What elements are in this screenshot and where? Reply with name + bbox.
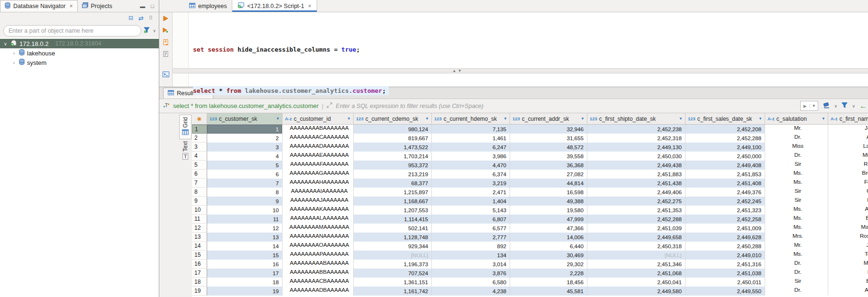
table-cell[interactable]: 3,219 [432, 179, 510, 188]
table-cell[interactable]: AAAAAAAACBAAAAAA [283, 278, 354, 287]
table-cell[interactable]: AAAAAAAACAAAAAAA [283, 134, 354, 143]
table-cell[interactable]: 1,404 [432, 197, 510, 206]
table-cell[interactable]: 819,667 [354, 134, 432, 143]
table-cell[interactable]: 2,449,406 [587, 188, 685, 197]
table-cell[interactable]: 1,473,522 [354, 143, 432, 152]
table-cell[interactable]: 1 [207, 125, 283, 134]
table-cell[interactable]: 2,449,376 [685, 188, 765, 197]
row-number-cell[interactable]: 7 [192, 179, 207, 188]
table-cell[interactable]: 18 [207, 278, 283, 287]
table-cell[interactable]: 36,368 [510, 161, 587, 170]
table-cell[interactable]: 1,128,748 [354, 233, 432, 242]
table-cell[interactable]: AAAAAAAAEAAAAAAA [283, 152, 354, 161]
sql-console-icon[interactable] [163, 72, 169, 83]
table-cell[interactable]: Dr. [765, 287, 828, 296]
table-cell[interactable]: 3 [207, 143, 283, 152]
table-cell[interactable]: Ms. [765, 215, 828, 224]
collapse-all-icon[interactable]: ⊟ [128, 15, 133, 21]
table-cell[interactable]: 2,450,041 [587, 278, 685, 287]
table-cell[interactable]: 2,449,550 [685, 287, 765, 296]
table-cell[interactable]: Rosalinda [828, 233, 868, 242]
explain-plan-icon[interactable] [163, 51, 169, 63]
minimize-icon[interactable]: ▬ [140, 3, 145, 9]
row-number-cell[interactable]: 2 [192, 134, 207, 143]
table-cell[interactable]: Brad [828, 278, 868, 287]
table-cell[interactable]: 2,450,318 [587, 242, 685, 251]
table-cell[interactable]: Albert [828, 206, 868, 215]
table-cell[interactable]: Sir [765, 278, 828, 287]
table-cell[interactable]: 19,580 [510, 206, 587, 215]
table-cell[interactable]: AAAAAAAADBAAAAAA [283, 287, 354, 296]
row-number-cell[interactable]: 17 [192, 269, 207, 278]
table-cell[interactable]: 2,450,011 [685, 278, 765, 287]
close-icon[interactable]: × [308, 3, 311, 9]
table-cell[interactable]: 39,558 [510, 152, 587, 161]
table-cell[interactable]: 47,999 [510, 215, 587, 224]
table-cell[interactable]: AAAAAAAABAAAAAAA [283, 125, 354, 134]
table-cell[interactable]: 2,451,346 [587, 260, 685, 269]
table-cell[interactable]: 213,219 [354, 170, 432, 179]
presentation-tab-grid[interactable]: Grid [179, 115, 192, 139]
chevron-down-icon[interactable]: ∨ [153, 28, 156, 33]
table-cell[interactable]: 2,452,288 [685, 134, 765, 143]
table-cell[interactable]: 134 [432, 251, 510, 260]
table-cell[interactable]: Michael [828, 152, 868, 161]
table-cell[interactable]: 2,451,883 [587, 170, 685, 179]
table-cell[interactable]: 2,451,038 [685, 269, 765, 278]
row-number-cell[interactable]: 5 [192, 161, 207, 170]
table-cell[interactable]: Dr. [765, 134, 828, 143]
tree-item-system[interactable]: › system [0, 58, 159, 67]
table-cell[interactable]: 29,302 [510, 260, 587, 269]
table-cell[interactable]: 2,450,000 [685, 152, 765, 161]
table-cell[interactable]: 2,450,288 [685, 242, 765, 251]
maximize-icon[interactable]: □ [151, 3, 154, 9]
table-cell[interactable]: 6,440 [510, 242, 587, 251]
table-cell[interactable]: 1,196,373 [354, 260, 432, 269]
table-cell[interactable]: Latisha [828, 143, 868, 152]
collapse-chevron-icon[interactable]: ∨ [3, 41, 8, 46]
table-cell[interactable]: AAAAAAAADAAAAAAA [283, 143, 354, 152]
table-cell[interactable]: 5 [207, 161, 283, 170]
table-cell[interactable]: 1,461 [432, 134, 510, 143]
table-cell[interactable]: Andre [828, 287, 868, 296]
table-cell[interactable]: AAAAAAAAPAAAAAAA [283, 251, 354, 260]
table-cell[interactable]: 2,449,408 [685, 161, 765, 170]
row-number-cell[interactable]: 11 [192, 215, 207, 224]
table-cell[interactable]: 2,451,068 [587, 269, 685, 278]
table-cell[interactable]: 2,452,288 [587, 215, 685, 224]
table-cell[interactable]: 14 [207, 242, 283, 251]
filter-funnel-icon[interactable] [144, 27, 150, 35]
table-cell[interactable]: 30,469 [510, 251, 587, 260]
table-cell[interactable]: 2,451,039 [587, 224, 685, 233]
table-cell[interactable]: 2,450,030 [587, 152, 685, 161]
table-cell[interactable]: 502,141 [354, 224, 432, 233]
splitter-collapse-arrows[interactable]: ▴▾ [453, 68, 464, 73]
presentation-tab-text[interactable]: Text T [179, 139, 192, 162]
row-number-cell[interactable]: 9 [192, 197, 207, 206]
table-cell[interactable]: 6,374 [432, 170, 510, 179]
table-cell[interactable]: 4 [207, 152, 283, 161]
table-cell[interactable]: Lee [828, 269, 868, 278]
table-cell[interactable]: Dr. [765, 269, 828, 278]
table-cell[interactable]: 14,006 [510, 233, 587, 242]
table-cell[interactable]: 2,449,580 [587, 287, 685, 296]
table-cell[interactable]: AAAAAAAAFAAAAAAA [283, 161, 354, 170]
expand-chevron-icon[interactable]: › [11, 51, 17, 56]
table-cell[interactable]: Ms. [765, 170, 828, 179]
row-number-cell[interactable]: 6 [192, 170, 207, 179]
table-cell[interactable]: 19 [207, 287, 283, 296]
table-cell[interactable]: 2,449,628 [685, 233, 765, 242]
row-number-cell[interactable]: 8 [192, 188, 207, 197]
table-cell[interactable]: Ms. [765, 179, 828, 188]
table-cell[interactable]: AAAAAAAAOAAAAAAA [283, 242, 354, 251]
table-cell[interactable]: Amy [828, 134, 868, 143]
table-cell[interactable]: 2,451,408 [685, 179, 765, 188]
table-cell[interactable]: 1,215,897 [354, 188, 432, 197]
row-number-cell[interactable]: 12 [192, 224, 207, 233]
table-cell[interactable]: Betty [828, 215, 868, 224]
table-cell[interactable]: [NULL] [354, 251, 432, 260]
table-cell[interactable]: 3,986 [432, 152, 510, 161]
table-cell[interactable]: 2,449,438 [587, 161, 685, 170]
table-cell[interactable]: 49,388 [510, 197, 587, 206]
table-cell[interactable]: 16,598 [510, 188, 587, 197]
